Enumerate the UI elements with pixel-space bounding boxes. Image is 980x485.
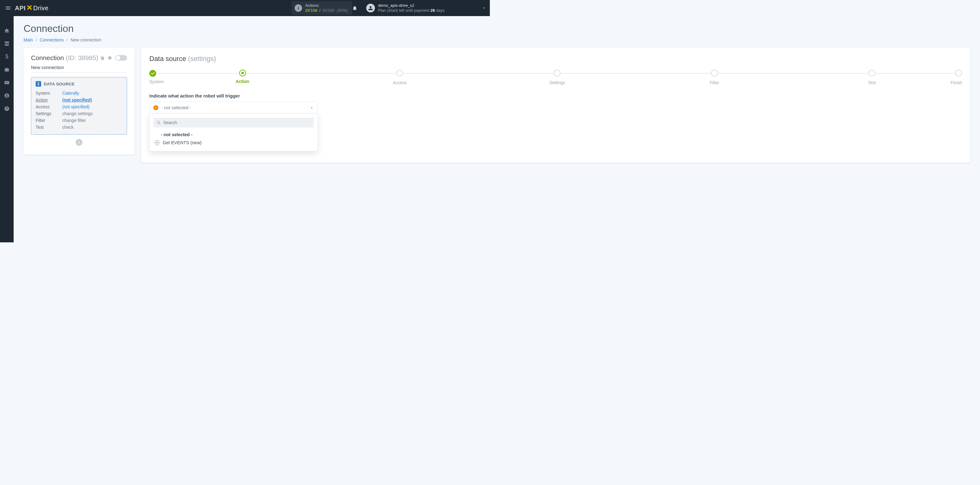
- chevron-up-icon: [310, 106, 314, 110]
- crumb-main[interactable]: Main: [24, 38, 33, 43]
- ds-system-link[interactable]: Calendly: [62, 90, 79, 97]
- ds-test-link[interactable]: check: [62, 124, 74, 131]
- crumb-current: New connection: [71, 38, 102, 43]
- select-label: Indicate what action the robot will trig…: [150, 93, 490, 98]
- stepper: System Action Access Settings Filter Tes…: [150, 70, 490, 85]
- breadcrumb: Main / Connections / New connection: [24, 38, 490, 43]
- ds-action-link[interactable]: (not specified): [62, 97, 92, 103]
- warning-icon: !: [153, 105, 158, 110]
- bell-icon[interactable]: [352, 5, 364, 11]
- settings-card: Data source (settings) System Action Acc…: [141, 48, 490, 163]
- sidebar-help-icon[interactable]: [0, 102, 14, 115]
- logo[interactable]: API ✕ Drive: [15, 4, 49, 12]
- top-bar: API ✕ Drive i Actions: 25'156 / 50'000 (…: [0, 0, 490, 16]
- dropdown-search-input[interactable]: [163, 120, 311, 125]
- logo-drive: Drive: [33, 5, 48, 12]
- content: Connection Main / Connections / New conn…: [14, 16, 490, 169]
- crumb-connections[interactable]: Connections: [40, 38, 64, 43]
- actions-percent: (50%): [337, 8, 348, 13]
- connection-id: (ID: 38985): [66, 54, 98, 62]
- sidebar: [0, 16, 14, 242]
- sidebar-home-icon[interactable]: [0, 24, 14, 37]
- user-menu[interactable]: demo_apix-drive_s2 Plan |Start| left unt…: [366, 3, 445, 13]
- play-icon: [154, 140, 159, 145]
- copy-icon[interactable]: [100, 55, 105, 60]
- info-icon: i: [295, 4, 302, 12]
- avatar-icon: [366, 4, 375, 13]
- page-title: Connection: [24, 23, 490, 34]
- action-dropdown: - not selected - Get EVENTS (new): [150, 114, 318, 151]
- connection-card: Connection (ID: 38985) New connection 1 …: [24, 48, 134, 154]
- sidebar-briefcase-icon[interactable]: [0, 63, 14, 76]
- logo-x-icon: ✕: [26, 3, 33, 12]
- data-source-box: 1 DATA SOURCE SystemCalendly Action(not …: [31, 77, 127, 135]
- step-access[interactable]: Access: [321, 70, 478, 85]
- logo-api: API: [15, 5, 26, 12]
- step-system[interactable]: System: [150, 70, 164, 84]
- svg-rect-3: [6, 44, 8, 46]
- sidebar-connections-icon[interactable]: [0, 37, 14, 50]
- svg-rect-1: [6, 41, 8, 43]
- user-name: demo_apix-drive_s2: [378, 3, 445, 8]
- add-destination-button[interactable]: +: [76, 139, 83, 146]
- svg-rect-0: [5, 41, 6, 43]
- svg-point-8: [6, 109, 7, 110]
- gear-icon[interactable]: [107, 55, 112, 60]
- search-icon: [156, 120, 161, 125]
- sidebar-billing-icon[interactable]: [0, 50, 14, 63]
- svg-point-6: [6, 94, 8, 96]
- actions-label: Actions:: [305, 3, 348, 8]
- actions-limit: 50'000: [323, 8, 335, 13]
- sidebar-video-icon[interactable]: [0, 76, 14, 89]
- data-source-title: DATA SOURCE: [44, 82, 75, 86]
- option-get-events[interactable]: Get EVENTS (new): [153, 139, 314, 147]
- sidebar-account-icon[interactable]: [0, 89, 14, 102]
- svg-rect-2: [8, 41, 9, 43]
- user-plan: Plan |Start| left until payment 26 days: [378, 8, 445, 13]
- option-not-selected[interactable]: - not selected -: [153, 131, 314, 139]
- dropdown-search[interactable]: [153, 117, 314, 127]
- actions-counter[interactable]: i Actions: 25'156 / 50'000 (50%): [291, 1, 352, 14]
- ds-filter-link[interactable]: change filter: [62, 117, 86, 124]
- connection-name[interactable]: New connection: [31, 65, 127, 73]
- ds-settings-link[interactable]: change settings: [62, 110, 93, 117]
- connection-title: Connection: [31, 54, 64, 62]
- step-action[interactable]: Action: [164, 70, 321, 84]
- action-select[interactable]: ! - not selected -: [150, 101, 318, 114]
- menu-icon[interactable]: [4, 4, 13, 13]
- step-settings[interactable]: Settings: [478, 70, 490, 85]
- actions-used: 25'156: [305, 8, 317, 13]
- action-select-value: - not selected -: [161, 105, 191, 110]
- chevron-down-icon[interactable]: [482, 6, 486, 10]
- settings-title: Data source (settings): [150, 55, 490, 63]
- ds-access-link[interactable]: (not specified): [62, 103, 89, 110]
- step-badge: 1: [36, 81, 41, 87]
- enable-toggle[interactable]: [115, 55, 127, 61]
